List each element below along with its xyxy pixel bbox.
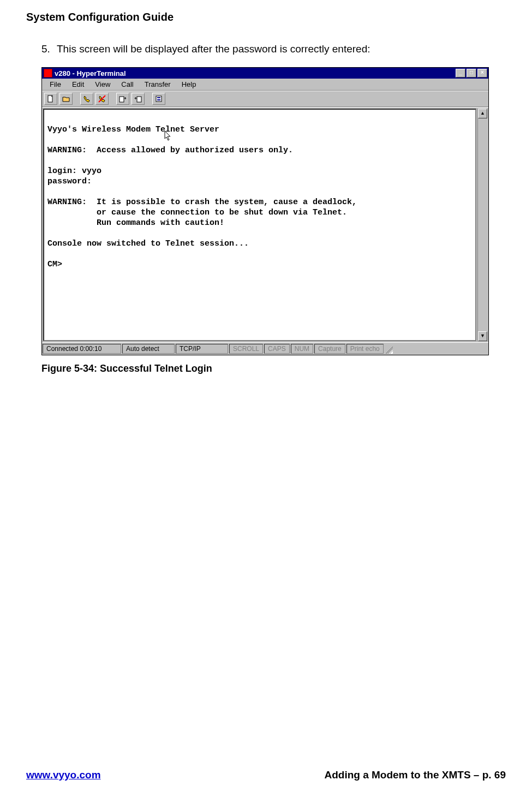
status-capture: Capture [314,344,345,354]
disconnect-icon[interactable] [95,93,109,105]
status-scroll: SCROLL [229,344,263,354]
terminal-area[interactable]: Vyyo's Wireless Modem Telnet Server WARN… [43,109,476,341]
status-autodetect: Auto detect [122,344,175,354]
statusbar: Connected 0:00:10 Auto detect TCP/IP SCR… [42,342,488,355]
step-text: This screen will be displayed after the … [57,43,370,55]
minimize-button[interactable]: _ [456,69,465,78]
menu-transfer[interactable]: Transfer [139,80,176,89]
figure-caption: Figure 5-34: Successful Telnet Login [41,363,506,374]
vertical-scrollbar[interactable]: ▲ ▼ [477,109,487,341]
scroll-down-button[interactable]: ▼ [478,331,487,341]
svg-rect-3 [137,97,141,102]
call-icon[interactable] [80,93,93,105]
new-icon[interactable] [44,93,57,105]
send-icon[interactable] [116,93,129,105]
step-line: 5.This screen will be displayed after th… [41,43,506,55]
footer-link[interactable]: www.vyyo.com [26,769,101,781]
menu-view[interactable]: View [89,80,116,89]
scroll-up-button[interactable]: ▲ [478,109,487,118]
properties-icon[interactable] [152,93,165,105]
resize-grip-icon[interactable] [384,344,393,354]
menu-call[interactable]: Call [116,80,139,89]
menu-file[interactable]: File [44,80,67,89]
terminal-text: Vyyo's Wireless Modem Telnet Server WARN… [44,110,475,274]
svg-rect-4 [156,96,162,102]
step-number: 5. [41,43,57,55]
svg-rect-2 [119,97,124,102]
status-connected: Connected 0:00:10 [43,344,121,354]
maximize-button[interactable]: □ [467,69,476,78]
close-button[interactable]: × [477,69,487,78]
toolbar [42,91,488,107]
menu-edit[interactable]: Edit [67,80,89,89]
svg-rect-5 [157,97,160,98]
status-echo: Print echo [346,344,384,354]
menu-help[interactable]: Help [176,80,202,89]
receive-icon[interactable] [131,93,145,105]
svg-rect-6 [157,99,160,100]
status-caps: CAPS [264,344,290,354]
doc-header: System Configuration Guide [26,11,506,23]
hyperterminal-window: v280 - HyperTerminal _ □ × File Edit Vie… [41,67,489,355]
status-num: NUM [291,344,313,354]
open-icon[interactable] [59,93,73,105]
menubar: File Edit View Call Transfer Help [42,79,488,91]
status-protocol: TCP/IP [176,344,228,354]
footer-page-info: Adding a Modem to the XMTS – p. 69 [324,769,506,781]
app-icon [44,69,52,78]
titlebar[interactable]: v280 - HyperTerminal _ □ × [42,68,488,79]
window-title: v280 - HyperTerminal [55,69,126,78]
